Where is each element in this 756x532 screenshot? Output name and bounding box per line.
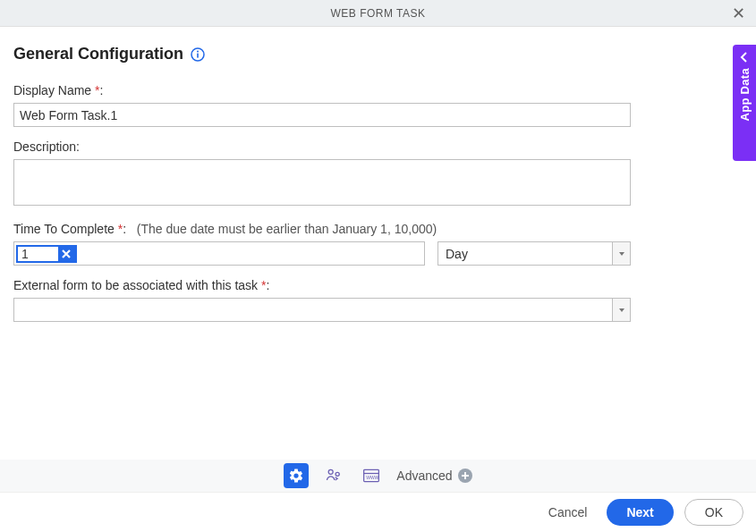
svg-rect-1 — [197, 53, 199, 57]
clear-icon[interactable] — [58, 245, 75, 263]
dialog-header: WEB FORM TASK ✕ — [0, 0, 756, 27]
chevron-down-icon — [612, 299, 630, 321]
display-name-label: Display Name *: — [13, 83, 743, 97]
ttc-unit-value: Day — [446, 247, 468, 261]
ok-button[interactable]: OK — [684, 499, 743, 526]
ttc-value: 1 — [18, 247, 58, 261]
section-title: General Configuration — [13, 45, 183, 63]
ext-form-select[interactable] — [13, 298, 631, 322]
ttc-label-row: Time To Complete *: (The due date must b… — [13, 222, 743, 236]
section-title-row: General Configuration — [13, 45, 743, 63]
chevron-down-icon — [612, 242, 630, 265]
required-asterisk: * — [95, 83, 99, 97]
advanced-toggle[interactable]: Advanced — [396, 469, 471, 483]
svg-point-3 — [329, 469, 334, 474]
chevron-left-icon — [739, 52, 750, 63]
ext-form-label: External form to be associated with this… — [13, 278, 258, 292]
svg-point-4 — [336, 472, 339, 476]
tab-form-config[interactable]: WWW — [359, 463, 384, 488]
dialog-footer: Cancel Next OK — [0, 492, 756, 532]
cancel-button[interactable]: Cancel — [539, 500, 597, 525]
config-tabs-bar: WWW Advanced — [0, 460, 756, 492]
ttc-token: 1 — [16, 245, 77, 263]
description-field: Description: — [13, 139, 743, 209]
ttc-value-box[interactable]: 1 — [13, 241, 425, 266]
ext-form-label-row: External form to be associated with this… — [13, 278, 743, 292]
ttc-row: 1 Day — [13, 241, 743, 266]
plus-circle-icon — [458, 469, 472, 483]
ttc-label: Time To Complete — [13, 222, 115, 236]
tab-general[interactable] — [284, 463, 309, 488]
form-content: General Configuration Display Name *: De… — [0, 27, 756, 322]
next-button[interactable]: Next — [607, 499, 673, 526]
ttc-unit-select[interactable]: Day — [437, 241, 631, 266]
app-data-side-tab[interactable]: App Data — [733, 45, 756, 161]
advanced-label: Advanced — [396, 469, 452, 483]
people-swap-icon — [325, 467, 343, 485]
info-icon[interactable] — [191, 47, 205, 62]
description-input[interactable] — [13, 159, 631, 206]
ttc-field: Time To Complete *: (The due date must b… — [13, 222, 743, 266]
side-tab-label: App Data — [738, 68, 752, 121]
gear-icon — [288, 468, 304, 484]
tab-participants[interactable] — [321, 463, 346, 488]
close-icon[interactable]: ✕ — [729, 4, 747, 23]
browser-www-icon: WWW — [362, 468, 380, 484]
svg-text:WWW: WWW — [367, 475, 379, 480]
display-name-field: Display Name *: — [13, 83, 743, 127]
display-name-input[interactable] — [13, 103, 631, 127]
description-label: Description: — [13, 139, 743, 154]
svg-point-2 — [197, 50, 199, 52]
ttc-hint: (The due date must be earlier than Janua… — [137, 222, 437, 236]
dialog-title: WEB FORM TASK — [330, 7, 425, 20]
ext-form-field: External form to be associated with this… — [13, 278, 743, 322]
